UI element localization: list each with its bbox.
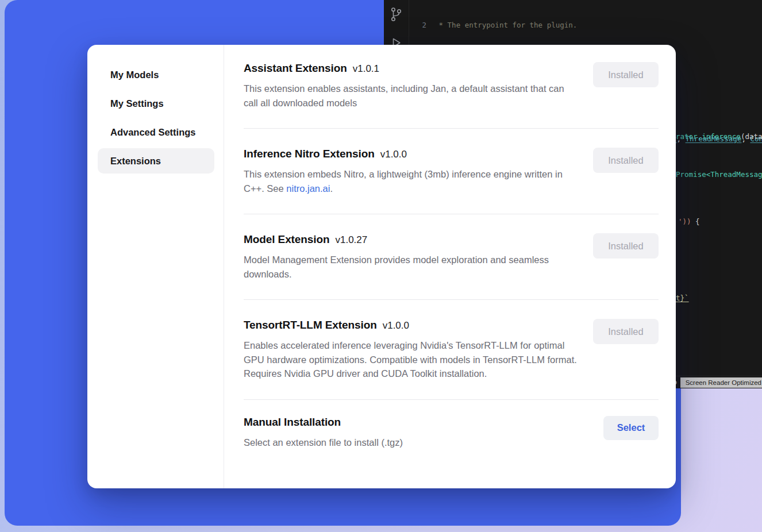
sidebar-item-label: My Models bbox=[110, 70, 159, 80]
extension-title: TensortRT-LLM Extension bbox=[244, 319, 377, 331]
extension-action: Installed bbox=[593, 233, 659, 259]
line-number: 2 bbox=[409, 21, 426, 30]
code-token: Promise<ThreadMessage> bbox=[676, 170, 762, 179]
extension-description: This extension embeds Nitro, a lightweig… bbox=[244, 167, 577, 195]
code-line: 2 * The entrypoint for the plugin. bbox=[409, 21, 762, 30]
extension-action: Installed bbox=[593, 62, 659, 87]
extension-version: v1.0.0 bbox=[380, 149, 407, 160]
extension-info: Model Extension v1.0.27 Model Management… bbox=[244, 233, 579, 281]
code-comment: * The entrypoint for the plugin. bbox=[434, 21, 577, 30]
description-text: . bbox=[330, 183, 333, 194]
extension-title-row: TensortRT-LLM Extension v1.0.0 bbox=[244, 319, 579, 331]
code-token: rator.inference bbox=[676, 132, 741, 141]
settings-panel: My Models My Settings Advanced Settings … bbox=[87, 45, 676, 488]
extension-info: Manual Installation Select an extension … bbox=[244, 416, 590, 450]
extension-title: Model Extension bbox=[244, 233, 329, 246]
code-token: { bbox=[691, 217, 700, 226]
extension-action: Select bbox=[603, 416, 659, 440]
extension-title: Assistant Extension bbox=[244, 62, 347, 75]
code-fragment: Promise<ThreadMessage> bbox=[676, 170, 762, 179]
section-model-extension: Model Extension v1.0.27 Model Management… bbox=[244, 214, 659, 300]
extension-title-row: Inference Nitro Extension v1.0.0 bbox=[244, 148, 579, 160]
installed-button[interactable]: Installed bbox=[593, 233, 659, 259]
extension-version: v1.0.0 bbox=[383, 320, 409, 331]
screen-reader-badge[interactable]: Screen Reader Optimized bbox=[680, 377, 762, 388]
extensions-list: Assistant Extension v1.0.1 This extensio… bbox=[224, 45, 676, 488]
code-fragment: rator.inference(data)); bbox=[676, 132, 762, 141]
extension-action: Installed bbox=[593, 319, 659, 344]
code-token: ')) bbox=[678, 217, 691, 226]
sidebar-item-my-settings[interactable]: My Settings bbox=[98, 91, 214, 116]
extension-version: v1.0.1 bbox=[353, 63, 379, 75]
sidebar-item-extensions[interactable]: Extensions bbox=[98, 148, 214, 174]
extension-action: Installed bbox=[593, 148, 659, 173]
extension-info: Inference Nitro Extension v1.0.0 This ex… bbox=[244, 148, 579, 195]
sidebar-item-label: My Settings bbox=[110, 98, 164, 109]
nitro-jan-ai-link[interactable]: nitro.jan.ai bbox=[286, 183, 330, 194]
sidebar-item-advanced-settings[interactable]: Advanced Settings bbox=[98, 119, 214, 145]
select-button[interactable]: Select bbox=[603, 416, 659, 440]
installed-button[interactable]: Installed bbox=[593, 319, 659, 344]
code-fragment: ')) { bbox=[678, 217, 700, 226]
section-manual-installation: Manual Installation Select an extension … bbox=[244, 400, 659, 450]
extension-description: This extension enables assistants, inclu… bbox=[244, 82, 577, 110]
extension-title-row: Model Extension v1.0.27 bbox=[244, 233, 579, 246]
extension-info: Assistant Extension v1.0.1 This extensio… bbox=[244, 62, 579, 110]
section-tensorrt-llm-extension: TensortRT-LLM Extension v1.0.0 Enables a… bbox=[244, 300, 659, 400]
sidebar-item-label: Advanced Settings bbox=[110, 127, 196, 138]
sidebar-item-label: Extensions bbox=[110, 156, 161, 167]
installed-button[interactable]: Installed bbox=[593, 62, 659, 87]
code-fragment: t}` bbox=[676, 294, 689, 302]
extension-description: Select an extension file to install (.tg… bbox=[244, 435, 577, 450]
git-branch-icon[interactable] bbox=[390, 7, 403, 24]
section-inference-nitro-extension: Inference Nitro Extension v1.0.0 This ex… bbox=[244, 129, 659, 214]
extension-title: Manual Installation bbox=[244, 416, 341, 429]
extension-description: Model Management Extension provides mode… bbox=[244, 253, 577, 281]
section-assistant-extension: Assistant Extension v1.0.1 This extensio… bbox=[244, 62, 659, 129]
extension-version: v1.0.27 bbox=[335, 234, 367, 246]
extension-info: TensortRT-LLM Extension v1.0.0 Enables a… bbox=[244, 319, 579, 381]
settings-sidebar: My Models My Settings Advanced Settings … bbox=[87, 45, 224, 488]
code-token: (data)); bbox=[741, 132, 762, 141]
extension-title: Inference Nitro Extension bbox=[244, 148, 375, 160]
extension-title-row: Manual Installation bbox=[244, 416, 590, 429]
sidebar-item-my-models[interactable]: My Models bbox=[98, 62, 214, 87]
installed-button[interactable]: Installed bbox=[593, 148, 659, 173]
extension-title-row: Assistant Extension v1.0.1 bbox=[244, 62, 579, 75]
code-token: t}` bbox=[676, 294, 689, 302]
extension-description: Enables accelerated inference leveraging… bbox=[244, 338, 577, 381]
